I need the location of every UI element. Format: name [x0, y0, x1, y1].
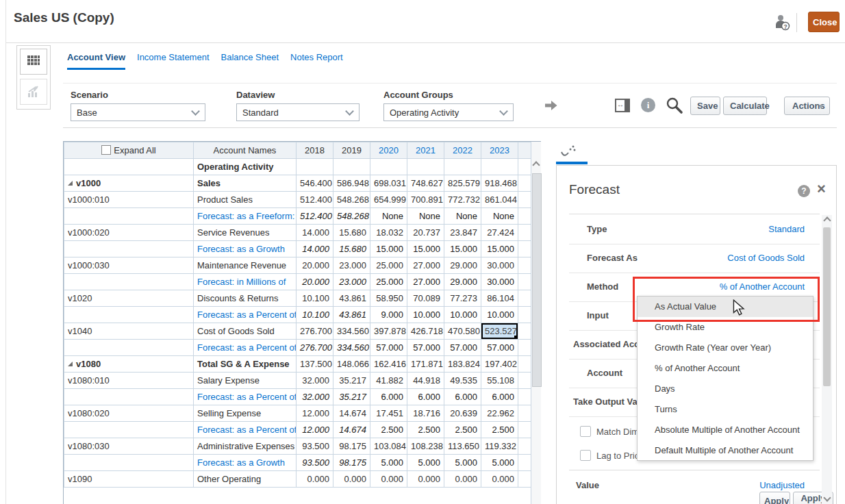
data-cell[interactable]: 27.424 — [481, 225, 518, 241]
toggle-panel-icon[interactable]: ↔ — [615, 99, 630, 112]
panel-vertical-scrollbar[interactable] — [822, 215, 832, 504]
data-cell[interactable]: 10.100 — [297, 307, 333, 323]
data-cell[interactable]: 57.000 — [481, 340, 518, 356]
account-id-cell[interactable]: v1000 — [64, 175, 194, 192]
data-cell[interactable]: 44.918 — [407, 373, 444, 389]
data-cell[interactable]: 148.066 — [333, 356, 370, 373]
data-cell[interactable]: 57.000 — [407, 340, 444, 356]
data-cell[interactable]: 162.416 — [370, 356, 407, 373]
data-cell[interactable]: 171.871 — [407, 356, 444, 373]
data-cell[interactable]: 10.000 — [444, 307, 481, 323]
account-id-cell[interactable]: v1040 — [64, 323, 194, 340]
data-cell[interactable]: 86.104 — [481, 290, 518, 307]
data-cell[interactable]: 20.737 — [407, 225, 444, 241]
forecast-method-link[interactable]: Forecast: in Millions of — [194, 274, 297, 290]
data-cell[interactable]: None — [481, 208, 518, 225]
data-cell[interactable]: 14.674 — [333, 405, 370, 422]
data-cell[interactable]: 43.861 — [333, 307, 370, 323]
close-button[interactable]: Close — [808, 12, 840, 32]
menu-item-growth-rate-year-over-year[interactable]: Growth Rate (Year over Year) — [638, 338, 813, 358]
account-id-cell[interactable]: v1080:010 — [64, 373, 194, 389]
data-cell[interactable]: 9.000 — [370, 307, 407, 323]
account-id-cell[interactable]: v1000:030 — [64, 257, 194, 274]
forecast-method-link[interactable]: Forecast: as a Percent of — [194, 340, 297, 356]
account-id-cell[interactable]: v1000:010 — [64, 192, 194, 208]
data-cell[interactable]: 41.882 — [370, 373, 407, 389]
forecast-method-link[interactable]: Forecast: as a Growth — [194, 241, 297, 257]
data-cell[interactable]: 77.273 — [444, 290, 481, 307]
data-cell[interactable] — [407, 159, 444, 175]
data-cell[interactable]: 772.732 — [444, 192, 481, 208]
data-cell[interactable]: 0.000 — [481, 471, 518, 488]
calculate-button[interactable]: Calculate — [723, 97, 767, 115]
account-id-cell[interactable]: v1080:030 — [64, 438, 194, 455]
data-cell[interactable]: 20.000 — [297, 257, 333, 274]
save-button[interactable]: Save — [690, 97, 720, 115]
actions-button[interactable]: Actions — [784, 97, 830, 115]
menu-item-days[interactable]: Days — [638, 379, 813, 399]
data-cell[interactable]: 586.948 — [333, 175, 370, 192]
data-cell[interactable]: 27.000 — [407, 274, 444, 290]
menu-item-turns[interactable]: Turns — [638, 399, 813, 420]
apply-button[interactable]: Apply — [759, 492, 790, 504]
data-cell[interactable]: 861.044 — [481, 192, 518, 208]
data-cell[interactable]: 15.000 — [444, 241, 481, 257]
data-cell[interactable]: 98.175 — [333, 438, 370, 455]
account-id-cell[interactable]: v1090 — [64, 471, 194, 488]
data-cell[interactable]: 27.000 — [407, 257, 444, 274]
data-cell[interactable]: 93.500 — [297, 455, 333, 471]
panel-scroll-thumb[interactable] — [823, 227, 831, 386]
data-cell[interactable]: 10.000 — [407, 307, 444, 323]
data-cell[interactable]: 700.891 — [407, 192, 444, 208]
forecast-method-link[interactable]: Forecast: as a Growth — [194, 455, 297, 471]
data-cell[interactable]: None — [370, 208, 407, 225]
data-cell[interactable]: 30.000 — [481, 274, 518, 290]
data-cell[interactable]: 23.847 — [444, 225, 481, 241]
scroll-up-icon[interactable] — [823, 216, 831, 224]
expand-all-checkbox[interactable] — [101, 145, 111, 155]
data-cell[interactable]: 57.000 — [444, 340, 481, 356]
data-cell[interactable] — [297, 159, 333, 175]
data-cell[interactable]: None — [407, 208, 444, 225]
data-cell[interactable]: 426.718 — [407, 323, 444, 340]
select-scenario[interactable]: Base — [71, 103, 205, 121]
year-header-2019[interactable]: 2019 — [333, 142, 370, 159]
data-cell[interactable]: 14.000 — [297, 241, 333, 257]
data-cell[interactable]: 25.000 — [370, 257, 407, 274]
data-cell[interactable]: 25.000 — [370, 274, 407, 290]
data-cell[interactable]: 548.268 — [333, 208, 370, 225]
data-cell[interactable]: 93.500 — [297, 438, 333, 455]
type-link[interactable]: Standard — [768, 215, 805, 244]
data-cell[interactable] — [444, 159, 481, 175]
data-cell[interactable]: 334.560 — [333, 340, 370, 356]
data-cell[interactable]: 10.000 — [481, 307, 518, 323]
data-cell[interactable]: 12.000 — [297, 405, 333, 422]
data-cell[interactable]: 14.000 — [297, 225, 333, 241]
data-cell[interactable]: 748.627 — [407, 175, 444, 192]
data-cell[interactable]: 32.000 — [297, 373, 333, 389]
tab-account-view[interactable]: Account View — [67, 51, 125, 70]
account-id-cell[interactable]: v1080:020 — [64, 405, 194, 422]
data-cell[interactable]: 2.500 — [407, 422, 444, 438]
data-cell[interactable]: 6.000 — [444, 389, 481, 405]
selected-cell[interactable]: 523.527 — [481, 323, 518, 340]
data-cell[interactable]: 20.000 — [297, 274, 333, 290]
year-header-2022[interactable]: 2022 — [444, 142, 481, 159]
collapse-triangle-icon[interactable] — [68, 181, 73, 186]
data-cell[interactable]: 698.031 — [370, 175, 407, 192]
data-cell[interactable]: 15.680 — [333, 225, 370, 241]
data-cell[interactable]: 137.500 — [297, 356, 333, 373]
data-cell[interactable]: 15.000 — [370, 241, 407, 257]
forecast-as-link[interactable]: Cost of Goods Sold — [727, 244, 805, 273]
data-cell[interactable]: 276.700 — [297, 340, 333, 356]
data-cell[interactable]: 0.000 — [333, 471, 370, 488]
data-cell[interactable]: 15.000 — [481, 241, 518, 257]
search-icon[interactable] — [665, 96, 684, 115]
forecast-method-link[interactable]: Forecast: as a Percent of — [194, 307, 297, 323]
select-account-groups[interactable]: Operating Activity — [383, 103, 514, 121]
account-id-cell[interactable]: v1020 — [64, 290, 194, 307]
data-cell[interactable]: 0.000 — [407, 471, 444, 488]
data-cell[interactable] — [370, 159, 407, 175]
year-header-2018[interactable]: 2018 — [297, 142, 333, 159]
data-cell[interactable]: 512.400 — [297, 208, 333, 225]
